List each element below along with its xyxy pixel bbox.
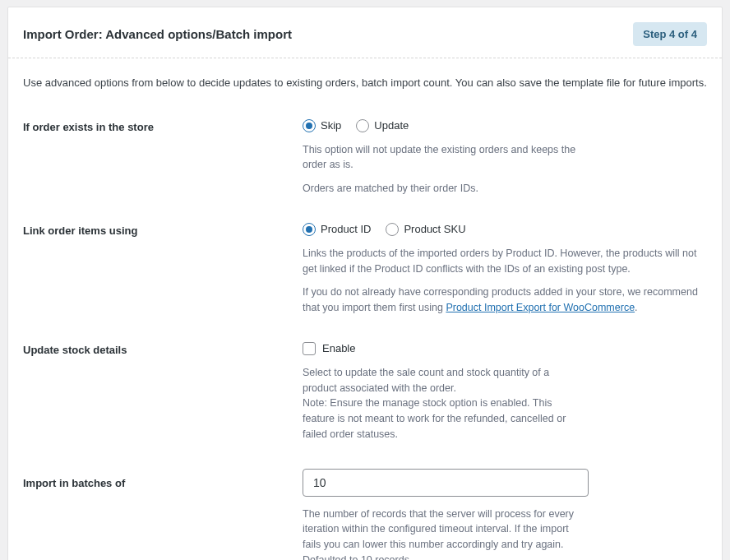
checkbox-label: Enable xyxy=(322,342,355,354)
intro-text: Use advanced options from below to decid… xyxy=(23,75,707,91)
radio-icon xyxy=(303,223,316,236)
help-text: The number of records that the server wi… xyxy=(303,507,582,561)
field-update-stock: Update stock details Enable Select to up… xyxy=(23,342,707,442)
help-text: Orders are matched by their order IDs. xyxy=(303,181,582,197)
radio-skip[interactable]: Skip xyxy=(303,119,341,132)
field-label: If order exists in the store xyxy=(23,119,303,133)
radio-group-order-exists: Skip Update xyxy=(303,119,707,132)
radio-icon xyxy=(386,223,399,236)
radio-icon xyxy=(356,119,369,132)
radio-label: Skip xyxy=(321,119,341,132)
field-label: Update stock details xyxy=(23,342,303,356)
help-text: Links the products of the imported order… xyxy=(303,246,707,277)
page-title: Import Order: Advanced options/Batch imp… xyxy=(23,27,292,41)
radio-label: Update xyxy=(374,119,409,132)
product-import-export-link[interactable]: Product Import Export for WooCommerce xyxy=(446,302,635,313)
panel-header: Import Order: Advanced options/Batch imp… xyxy=(8,7,722,58)
radio-update[interactable]: Update xyxy=(356,119,409,132)
panel-body: Use advanced options from below to decid… xyxy=(8,58,722,560)
field-label: Import in batches of xyxy=(23,469,303,489)
field-label: Link order items using xyxy=(23,223,303,237)
radio-label: Product SKU xyxy=(404,223,465,235)
field-batch: Import in batches of The number of recor… xyxy=(23,469,707,561)
field-order-exists: If order exists in the store Skip Update… xyxy=(23,119,707,197)
radio-label: Product ID xyxy=(321,223,371,235)
radio-product-sku[interactable]: Product SKU xyxy=(386,223,465,236)
radio-product-id[interactable]: Product ID xyxy=(303,223,371,236)
checkbox-enable[interactable] xyxy=(303,342,316,355)
help-text: Select to update the sale count and stoc… xyxy=(303,365,582,442)
import-order-panel: Import Order: Advanced options/Batch imp… xyxy=(7,7,723,560)
radio-icon xyxy=(303,119,316,132)
batch-size-input[interactable] xyxy=(303,469,589,497)
checkbox-enable-wrap: Enable xyxy=(303,342,707,355)
help-text: This option will not update the existing… xyxy=(303,142,582,174)
help-text-suffix: . xyxy=(635,302,637,313)
step-badge: Step 4 of 4 xyxy=(633,22,707,46)
field-link-items: Link order items using Product ID Produc… xyxy=(23,223,707,316)
help-text: If you do not already have corresponding… xyxy=(303,285,707,316)
radio-group-link-items: Product ID Product SKU xyxy=(303,223,707,236)
